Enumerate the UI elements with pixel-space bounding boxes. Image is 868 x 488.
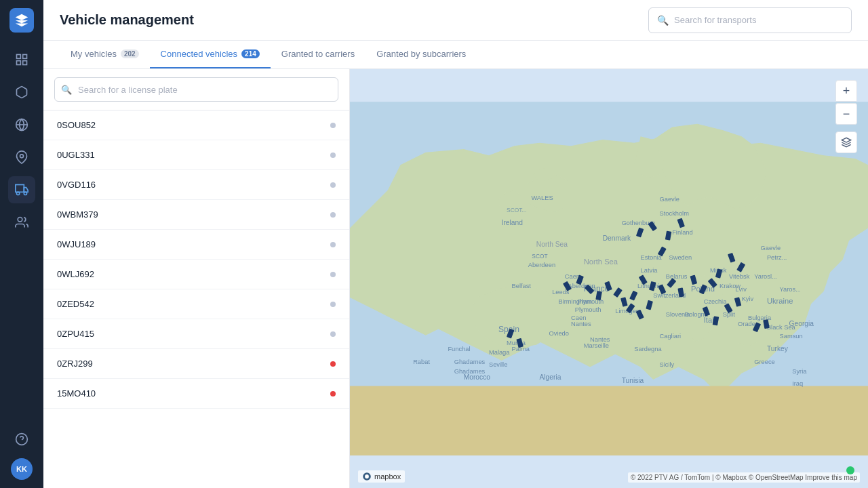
svg-text:SCOT...: SCOT... [507,207,526,214]
svg-text:Stockholm: Stockholm [660,210,690,217]
svg-text:Yaros...: Yaros... [780,286,801,293]
svg-text:Algeria: Algeria [540,373,561,381]
svg-text:Denmark: Denmark [603,235,631,242]
svg-text:Greece: Greece [754,359,775,365]
tab-connected-vehicles[interactable]: Connected vehicles 214 [150,41,271,68]
sidebar-item-box[interactable] [8,79,35,106]
svg-text:Georgia: Georgia [789,320,814,327]
svg-rect-1 [23,55,27,59]
tab-granted-to-carriers[interactable]: Granted to carriers [271,41,366,68]
svg-text:Oviedo: Oviedo [549,330,568,337]
search-transport-placeholder: Search for transports [674,15,756,25]
search-icon: 🔍 [657,15,669,26]
status-dot [330,391,336,396]
tab-connected-vehicles-badge: 214 [241,49,260,58]
tab-granted-by-subcarriers-label: Granted by subcarriers [376,49,466,59]
tab-my-vehicles-label: My vehicles [71,49,117,59]
svg-text:Cagliari: Cagliari [660,333,682,340]
svg-text:North Sea: North Sea [584,258,618,266]
status-dot [330,152,336,158]
vehicle-plate-label: 0SOU852 [57,120,96,130]
vehicle-plate-label: 0VGD116 [57,180,96,190]
map-controls: + − [835,80,857,153]
vehicle-plate-label: 15MO410 [57,388,96,399]
app-logo[interactable] [9,8,34,33]
svg-text:Ireland: Ireland [502,219,524,226]
svg-text:Malaga: Malaga [489,349,510,356]
sidebar-item-grid[interactable] [8,46,35,73]
svg-text:Petrz...: Petrz... [767,254,787,261]
green-status-indicator [846,466,854,474]
svg-text:WALES: WALES [531,195,553,201]
table-row[interactable]: 0UGL331 [43,140,349,170]
svg-text:Yarosl...: Yarosl... [754,273,776,280]
svg-text:Tunisia: Tunisia [622,377,644,384]
svg-text:Birmingham: Birmingham [558,298,592,305]
sidebar: KK [0,0,43,488]
sidebar-item-truck[interactable] [8,176,35,203]
sidebar-item-location[interactable] [8,144,35,171]
svg-text:Nantes: Nantes [590,336,610,343]
sidebar-item-globe[interactable] [8,111,35,138]
svg-rect-0 [17,55,21,59]
svg-text:Aberdeen: Aberdeen [528,262,555,268]
vehicle-plate-label: 0UGL331 [57,150,95,160]
svg-text:Czechia: Czechia [704,298,727,305]
vehicle-list: 0SOU852 0UGL331 0VGD116 0WBM379 0WJU189 … [43,110,349,488]
svg-text:Finland: Finland [672,229,693,236]
table-row[interactable]: 0WBM379 [43,200,349,230]
map-layers-button[interactable] [835,131,857,153]
status-dot [330,242,336,247]
table-row[interactable]: 0ZPU415 [43,319,349,349]
svg-text:Vitebsk: Vitebsk [729,273,750,280]
sidebar-item-help[interactable] [8,426,35,453]
map-background[interactable]: North Sea Ireland WALES SCOT... Denmark … [350,69,868,488]
svg-point-123 [365,474,369,479]
tabs-bar: My vehicles 202 Connected vehicles 214 G… [43,41,868,69]
svg-text:Belarus: Belarus [666,273,688,280]
search-transport-bar[interactable]: 🔍 Search for transports [648,7,852,33]
svg-rect-3 [23,61,27,65]
table-row[interactable]: 0VGD116 [43,170,349,200]
svg-text:Turkey: Turkey [767,345,789,352]
table-row[interactable]: 0SOU852 [43,110,349,140]
vehicle-panel: 🔍 0SOU852 0UGL331 0VGD116 0WBM379 0WJU18… [43,69,350,488]
svg-text:Belfast: Belfast [512,283,532,289]
table-row[interactable]: 0WJU189 [43,230,349,260]
vehicle-search-icon: 🔍 [61,85,72,95]
table-row[interactable]: 0ZRJ299 [43,349,349,379]
header: Vehicle management 🔍 Search for transpor… [43,0,868,41]
svg-text:Nantes: Nantes [571,321,591,327]
table-row[interactable]: 0WLJ692 [43,260,349,289]
svg-text:Samsun: Samsun [780,333,803,340]
zoom-out-button[interactable]: − [835,103,857,125]
mapbox-text: mapbox [374,472,401,481]
mapbox-logo: mapbox [358,470,405,483]
status-dot [330,123,336,128]
tab-granted-by-subcarriers[interactable]: Granted by subcarriers [366,41,477,68]
sidebar-item-users[interactable] [8,209,35,236]
svg-marker-121 [842,138,850,142]
zoom-in-button[interactable]: + [835,80,857,102]
svg-point-10 [18,218,22,222]
vehicle-plate-label: 0ZPU415 [57,329,94,339]
vehicle-plate-label: 0ZRJ299 [57,359,93,369]
vehicle-plate-label: 0WLJ692 [57,269,94,279]
vehicle-search-input[interactable] [54,77,338,102]
avatar[interactable]: KK [11,458,33,480]
svg-point-6 [20,155,24,158]
tab-my-vehicles-badge: 202 [121,49,139,58]
vehicle-plate-label: 0ZED542 [57,299,94,309]
map-area: North Sea Ireland WALES SCOT... Denmark … [350,69,868,488]
status-dot [330,212,336,218]
body-layout: 🔍 0SOU852 0UGL331 0VGD116 0WBM379 0WJU18… [43,69,868,488]
vehicle-plate-label: 0WJU189 [57,239,96,249]
svg-text:Kyiv: Kyiv [742,296,754,302]
tab-granted-to-carriers-label: Granted to carriers [281,49,355,59]
svg-text:Estonia: Estonia [641,254,663,261]
table-row[interactable]: 15MO410 [43,379,349,409]
main-content: Vehicle management 🔍 Search for transpor… [43,0,868,488]
tab-my-vehicles[interactable]: My vehicles 202 [60,41,150,68]
table-row[interactable]: 0ZED542 [43,289,349,319]
svg-text:Gaevle: Gaevle [761,245,781,251]
